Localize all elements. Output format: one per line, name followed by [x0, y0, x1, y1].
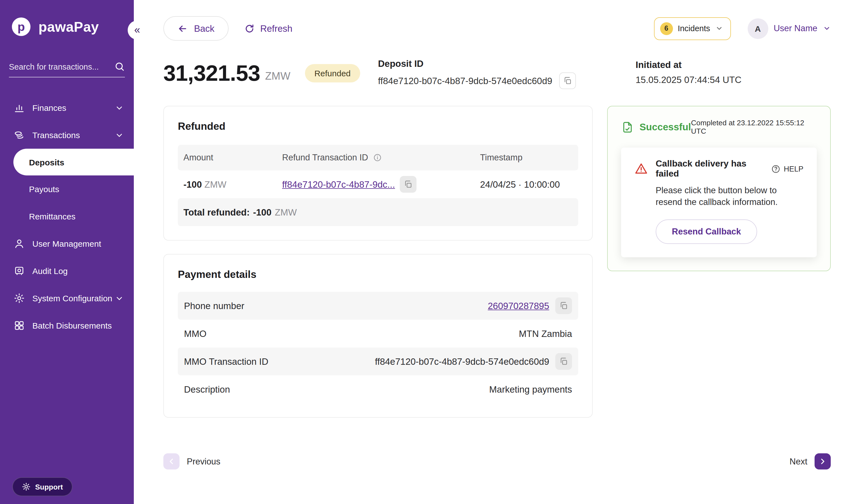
user-name: User Name: [774, 23, 818, 33]
support-button[interactable]: Support: [12, 477, 72, 496]
refunds-table: Amount Refund Transaction ID Timestamp: [178, 145, 578, 226]
chevron-down-icon: [823, 24, 831, 32]
user-menu[interactable]: A User Name: [747, 18, 831, 39]
deposit-currency: ZMW: [265, 64, 291, 82]
copy-mmo-transaction-id-button[interactable]: [555, 353, 572, 370]
col-refund-id: Refund Transaction ID: [282, 152, 368, 163]
nav-label: System Configuration: [32, 293, 113, 303]
copy-deposit-id-button[interactable]: [559, 72, 576, 89]
chevron-down-icon: [115, 294, 124, 303]
sidebar-search: [9, 61, 125, 77]
incidents-count-badge: 6: [660, 22, 673, 35]
sidebar-item-user-management[interactable]: User Management: [0, 230, 134, 257]
previous-button[interactable]: [164, 453, 179, 469]
nav-label: Finances: [32, 103, 66, 112]
callback-header: Callback delivery has failed HELP: [635, 159, 804, 179]
copy-refund-id-button[interactable]: [400, 176, 417, 193]
next-button[interactable]: [814, 453, 831, 469]
nav-label: Payouts: [29, 184, 59, 194]
chevron-down-icon: [715, 24, 723, 32]
deposit-summary: 31,321.53 ZMW Refunded Deposit ID ff84e7…: [164, 57, 831, 89]
deposit-id-block: Deposit ID ff84e7120-b07c-4b87-9dcb-574e…: [378, 57, 636, 89]
arrow-left-icon: [177, 23, 188, 34]
mmo-transaction-id-value: ff84e7120-b07c-4b87-9dcb-574e0edc60d9: [375, 356, 549, 367]
refunded-card-title: Refunded: [178, 120, 578, 132]
copy-icon: [559, 357, 568, 366]
row-label: MMO: [184, 328, 207, 339]
sidebar-item-transactions[interactable]: Transactions: [0, 121, 134, 149]
payment-details-title: Payment details: [178, 268, 578, 281]
svg-text:p: p: [18, 20, 25, 33]
help-label: HELP: [784, 165, 804, 173]
refunds-table-header: Amount Refund Transaction ID Timestamp: [178, 145, 578, 170]
incidents-dropdown[interactable]: 6 Incidents: [654, 17, 730, 40]
status-badge: Refunded: [305, 64, 360, 83]
content-columns: Refunded Amount Refund Transaction ID Ti…: [164, 106, 831, 418]
search-input[interactable]: [9, 62, 114, 71]
description-value: Marketing payments: [489, 384, 572, 395]
copy-icon: [563, 76, 572, 85]
audit-log-icon: [13, 265, 25, 277]
status-title: Successful: [639, 121, 691, 133]
transactions-icon: [13, 129, 25, 141]
back-button[interactable]: Back: [164, 16, 228, 41]
payment-details-rows: Phone number 260970287895 MMO: [178, 292, 578, 403]
sidebar-collapse-button[interactable]: «: [128, 21, 147, 39]
batch-icon: [13, 320, 25, 331]
copy-phone-button[interactable]: [555, 298, 572, 314]
total-refunded-label: Total refunded:: [184, 207, 250, 217]
refresh-button[interactable]: Refresh: [244, 23, 292, 34]
nav-label: Remittances: [29, 212, 75, 221]
sidebar-item-audit-log[interactable]: Audit Log: [0, 257, 134, 285]
info-icon[interactable]: [373, 153, 382, 162]
support-gear-icon: [22, 482, 31, 491]
support-label: Support: [35, 483, 63, 491]
nav-label: User Management: [32, 239, 101, 248]
refund-total-row: Total refunded: -100 ZMW: [178, 198, 578, 226]
resend-callback-button[interactable]: Resend Callback: [656, 219, 757, 244]
amount-block: 31,321.53 ZMW Refunded: [164, 57, 378, 89]
row-label: Description: [184, 384, 230, 395]
total-refunded-amount: -100: [253, 207, 272, 217]
deposit-id-value: ff84e7120-b07c-4b87-9dcb-574e0edc60d9: [378, 75, 552, 86]
success-document-icon: [621, 121, 634, 133]
sidebar-item-payouts[interactable]: Payouts: [0, 176, 134, 203]
row-mmo-transaction-id: MMO Transaction ID ff84e7120-b07c-4b87-9…: [178, 347, 578, 375]
back-label: Back: [194, 23, 214, 34]
incidents-label: Incidents: [678, 24, 710, 33]
sidebar: p pawaPay « Finances: [0, 0, 134, 504]
sidebar-item-batch-disbursements[interactable]: Batch Disbursements: [0, 312, 134, 339]
initiated-label: Initiated at: [636, 59, 831, 70]
refund-transaction-id-link[interactable]: ff84e7120-b07c-4b87-9dc...: [282, 179, 395, 190]
row-phone-number: Phone number 260970287895: [178, 292, 578, 320]
sidebar-item-finances[interactable]: Finances: [0, 94, 134, 121]
copy-icon: [559, 301, 568, 310]
callback-title: Callback delivery has failed: [656, 159, 771, 179]
chevron-right-icon: [819, 457, 827, 466]
topbar: Back Refresh 6 Incidents: [164, 16, 831, 41]
previous-label: Previous: [187, 456, 221, 466]
pagination: Previous Next: [164, 453, 831, 469]
refresh-label: Refresh: [260, 23, 292, 34]
search-icon[interactable]: [114, 61, 125, 72]
topbar-right: 6 Incidents A User Name: [654, 17, 831, 40]
deposit-amount: 31,321.53: [164, 61, 260, 86]
refund-row: -100 ZMW ff84e7120-b07c-4b87-9dc... 24/0…: [178, 170, 578, 198]
sidebar-item-system-configuration[interactable]: System Configuration: [0, 285, 134, 312]
finances-icon: [13, 102, 25, 114]
phone-number-link[interactable]: 260970287895: [488, 301, 549, 311]
col-timestamp: Timestamp: [480, 152, 578, 163]
sidebar-item-deposits[interactable]: Deposits: [13, 149, 134, 176]
copy-icon: [404, 180, 413, 189]
row-label: MMO Transaction ID: [184, 356, 269, 367]
pawapay-logo-icon: p: [10, 16, 32, 38]
previous-group: Previous: [164, 453, 221, 469]
right-column: Successful Completed at 23.12.2022 15:55…: [607, 106, 831, 271]
brand-name: pawaPay: [38, 19, 99, 35]
status-card: Successful Completed at 23.12.2022 15:55…: [607, 106, 831, 271]
help-link[interactable]: HELP: [771, 164, 804, 174]
app-root: p pawaPay « Finances: [0, 0, 843, 504]
completed-at-text: Completed at 23.12.2022 15:55:12 UTC: [691, 119, 817, 135]
gear-icon: [13, 292, 25, 304]
sidebar-item-remittances[interactable]: Remittances: [0, 203, 134, 230]
